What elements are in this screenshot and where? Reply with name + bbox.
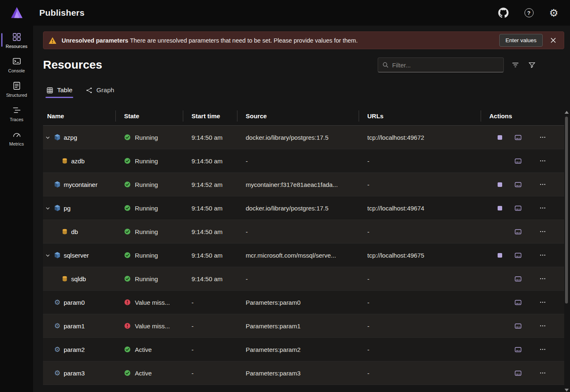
- console-logs-button[interactable]: [512, 131, 524, 143]
- console-logs-button[interactable]: [512, 155, 524, 167]
- resource-name: db: [71, 228, 78, 235]
- table-row[interactable]: ⚙ param1 Value miss... - Parameters:para…: [43, 314, 564, 338]
- console-logs-button[interactable]: [512, 202, 524, 214]
- start-time-cell: -: [183, 370, 237, 377]
- source-cell: docker.io/library/postgres:17.5: [237, 134, 359, 141]
- more-actions-button[interactable]: [536, 178, 549, 191]
- urls-cell[interactable]: -: [359, 275, 481, 282]
- start-time-cell: 9:14:50 am: [183, 134, 237, 141]
- more-actions-button[interactable]: [536, 249, 549, 261]
- scrollbar-thumb[interactable]: [565, 117, 568, 304]
- urls-cell[interactable]: tcp://localhost:49675: [359, 252, 481, 259]
- chevron-down-icon[interactable]: [45, 206, 51, 211]
- urls-cell[interactable]: tcp://localhost:49672: [359, 134, 481, 141]
- start-time-cell: 9:14:50 am: [183, 252, 237, 259]
- filter-input-wrap: [378, 57, 504, 72]
- actions-cell: [481, 343, 564, 356]
- page-title: Resources: [43, 58, 102, 72]
- tab-graph[interactable]: Graph: [82, 83, 117, 99]
- stop-button[interactable]: [493, 249, 506, 261]
- state-text: Running: [135, 252, 158, 259]
- urls-cell[interactable]: -: [359, 346, 481, 353]
- urls-cell[interactable]: -: [359, 181, 481, 188]
- console-logs-button[interactable]: [512, 178, 524, 191]
- urls-cell[interactable]: -: [359, 158, 481, 165]
- console-logs-button[interactable]: [512, 296, 524, 308]
- more-actions-button[interactable]: [536, 320, 549, 332]
- filter-options-icon[interactable]: [527, 60, 537, 70]
- resource-icon: [53, 251, 61, 259]
- table-row[interactable]: sqldb Running 9:14:50 am - -: [43, 267, 564, 291]
- sidebar-item-label: Console: [8, 68, 25, 73]
- filter-input[interactable]: [392, 62, 499, 69]
- urls-cell[interactable]: -: [359, 323, 481, 330]
- tab-table[interactable]: Table: [43, 83, 76, 99]
- sidebar-item-resources[interactable]: Resources: [0, 28, 33, 53]
- sidebar-item-console[interactable]: Console: [0, 53, 33, 77]
- filter-icon[interactable]: [510, 60, 520, 70]
- stop-button[interactable]: [493, 178, 506, 191]
- enter-values-button[interactable]: Enter values: [499, 34, 543, 47]
- table-row[interactable]: pg Running 9:14:50 am docker.io/library/…: [43, 196, 564, 220]
- source-cell: Parameters:param3: [237, 370, 359, 377]
- start-time-cell: 9:14:50 am: [183, 275, 237, 282]
- more-actions-button[interactable]: [536, 225, 549, 238]
- chevron-down-icon[interactable]: [45, 253, 51, 258]
- scroll-down-icon[interactable]: [565, 389, 569, 392]
- console-logs-button[interactable]: [512, 343, 524, 356]
- more-actions-button[interactable]: [536, 155, 549, 167]
- table-row[interactable]: mycontainer Running 9:14:52 am mycontain…: [43, 173, 564, 196]
- urls-cell[interactable]: -: [359, 299, 481, 306]
- console-logs-button[interactable]: [512, 272, 524, 285]
- github-icon[interactable]: [497, 7, 510, 19]
- more-actions-button[interactable]: [536, 296, 549, 308]
- more-actions-button[interactable]: [536, 343, 549, 356]
- state-icon: [124, 370, 131, 376]
- sidebar-item-traces[interactable]: Traces: [0, 101, 33, 126]
- console-logs-button[interactable]: [512, 225, 524, 238]
- more-actions-button[interactable]: [536, 367, 549, 379]
- urls-cell[interactable]: tcp://localhost:49674: [359, 205, 481, 212]
- top-bar: Publishers ? ⚙: [0, 0, 570, 26]
- banner-close-icon[interactable]: [548, 36, 559, 45]
- more-actions-button[interactable]: [536, 202, 549, 214]
- urls-cell[interactable]: -: [359, 370, 481, 377]
- table-row[interactable]: ⚙ param0 Value miss... - Parameters:para…: [43, 291, 564, 314]
- console-logs-button[interactable]: [512, 320, 524, 332]
- resource-name-cell: pg: [43, 204, 116, 212]
- stop-button[interactable]: [493, 131, 506, 143]
- vertical-scrollbar[interactable]: [564, 109, 569, 392]
- table-row[interactable]: azdb Running 9:14:50 am - -: [43, 149, 564, 173]
- more-actions-button[interactable]: [536, 131, 549, 143]
- source-cell: docker.io/library/postgres:17.5: [237, 205, 359, 212]
- resource-name-cell: db: [43, 228, 116, 235]
- table-row[interactable]: ⚙ param3 Active - Parameters:param3 -: [43, 361, 564, 385]
- table-row[interactable]: azpg Running 9:14:50 am docker.io/librar…: [43, 126, 564, 149]
- console-logs-button[interactable]: [512, 367, 524, 379]
- actions-cell: [481, 296, 564, 308]
- actions-cell: [481, 272, 564, 285]
- state-cell: Active: [116, 370, 183, 377]
- stop-icon: [498, 182, 502, 187]
- column-header-name: Name: [43, 107, 116, 125]
- sidebar-item-structured[interactable]: Structured: [0, 77, 33, 101]
- resource-icon: ⚙: [53, 370, 61, 377]
- resource-name-cell: sqldb: [43, 275, 116, 282]
- source-cell: mycontainer:f317e81aeac1fada...: [237, 181, 359, 188]
- stop-button[interactable]: [493, 202, 506, 214]
- help-icon[interactable]: ?: [524, 7, 534, 18]
- settings-icon[interactable]: ⚙: [548, 7, 559, 19]
- more-actions-button[interactable]: [536, 272, 549, 285]
- table-row[interactable]: sqlserver Running 9:14:50 am mcr.microso…: [43, 244, 564, 267]
- console-logs-button[interactable]: [512, 249, 524, 261]
- state-text: Running: [135, 275, 158, 282]
- urls-cell[interactable]: -: [359, 228, 481, 235]
- chevron-down-icon[interactable]: [45, 135, 51, 140]
- state-text: Active: [135, 346, 152, 353]
- sidebar-item-metrics[interactable]: Metrics: [0, 126, 33, 150]
- table-row[interactable]: ⚙ param2 Active - Parameters:param2 -: [43, 338, 564, 361]
- scroll-up-icon[interactable]: [565, 111, 569, 114]
- table-row[interactable]: db Running 9:14:50 am - -: [43, 220, 564, 244]
- start-time-cell: -: [183, 346, 237, 353]
- stop-icon: [498, 253, 502, 258]
